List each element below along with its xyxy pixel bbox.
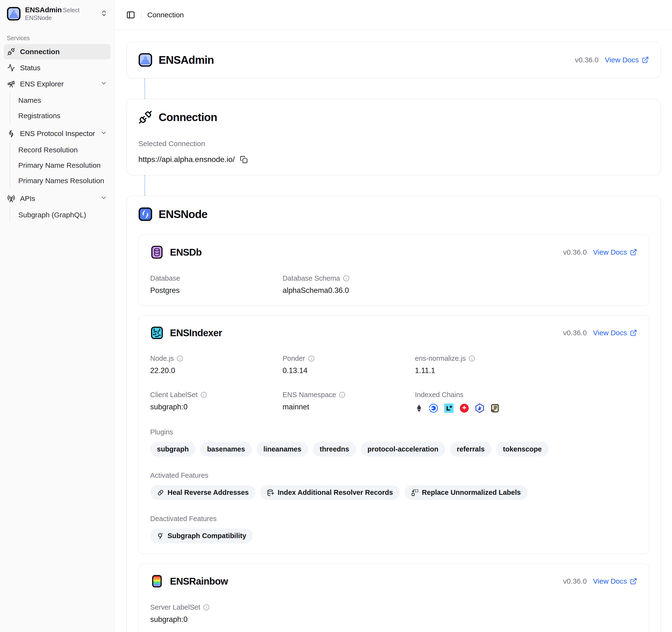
sidebar-item-label: APIs xyxy=(20,194,35,203)
app-name: ENSAdmin xyxy=(25,6,62,14)
ensrainbow-logo-icon xyxy=(150,575,164,588)
ensnode-logo-icon xyxy=(138,207,152,221)
sidebar-item-registrations[interactable]: Registrations xyxy=(15,108,111,123)
ensnode-card: ENSNode ENSDb v0.36.0 View Docs xyxy=(127,196,661,632)
breadcrumb: Connection xyxy=(147,11,184,19)
sidebar-app-titles: ENSAdmin Select ENSNode xyxy=(25,6,96,22)
field-ens-normalize: ens-normalize.js 1.11.1 xyxy=(415,355,637,375)
main-area: Connection ENSAdmin v0 xyxy=(115,0,672,632)
field-label: ENS Namespace xyxy=(283,391,336,399)
field-label: Database xyxy=(150,274,180,282)
field-nodejs: Node.js 22.20.0 xyxy=(150,355,283,375)
feature-badge: Replace Unnormalized Labels xyxy=(405,485,528,500)
field-ponder: Ponder 0.13.14 xyxy=(283,355,415,375)
connection-card: Connection Selected Connection https://a… xyxy=(127,99,661,175)
feature-badge-label: Index Additional Resolver Records xyxy=(278,489,393,496)
ensrainbow-card: ENSRainbow v0.36.0 View Docs Server Labe… xyxy=(138,564,649,632)
selected-connection-label: Selected Connection xyxy=(138,140,649,148)
info-icon[interactable] xyxy=(200,392,207,398)
sidebar-item-primary-name-resolution[interactable]: Primary Name Resolution xyxy=(15,157,111,173)
feature-badge: Subgraph Compatibility xyxy=(150,529,253,543)
sidebar-item-label: ENS Protocol Inspector xyxy=(20,129,95,138)
view-docs-label: View Docs xyxy=(605,56,639,64)
scroll-chain-icon xyxy=(490,403,500,413)
deactivated-features-row: Subgraph Compatibility xyxy=(150,529,637,543)
sidebar-nav: Connection Status ENS Explorer Names xyxy=(0,44,114,223)
info-icon[interactable] xyxy=(339,392,345,398)
feature-badge-label: Replace Unnormalized Labels xyxy=(422,489,521,496)
telescope-icon xyxy=(7,80,15,88)
sidebar-item-record-resolution[interactable]: Record Resolution xyxy=(15,142,111,157)
card-title: ENSDb xyxy=(170,247,202,258)
ensadmin-card: ENSAdmin v0.36.0 View Docs xyxy=(127,42,661,78)
sidebar-item-subgraph-graphql[interactable]: Subgraph (GraphQL) xyxy=(15,207,111,223)
app-root: ENSAdmin Select ENSNode Services Connect… xyxy=(0,0,672,632)
sidebar-section-label: Services xyxy=(7,35,107,42)
optimism-chain-icon xyxy=(459,403,469,413)
info-icon[interactable] xyxy=(177,355,183,362)
card-title: ENSAdmin xyxy=(159,53,214,67)
topbar-divider xyxy=(141,11,142,19)
content-scroll: ENSAdmin v0.36.0 View Docs xyxy=(115,30,672,632)
base-chain-icon xyxy=(428,403,438,413)
view-docs-link[interactable]: View Docs xyxy=(593,248,637,256)
sidebar: ENSAdmin Select ENSNode Services Connect… xyxy=(0,0,115,632)
ensadmin-logo-icon xyxy=(138,53,152,67)
chevron-down-icon xyxy=(100,194,107,203)
ensnode-selector[interactable]: ENSAdmin Select ENSNode xyxy=(4,3,111,24)
unplug-icon xyxy=(7,48,15,55)
info-icon[interactable] xyxy=(203,604,210,611)
external-link-icon xyxy=(630,329,637,337)
info-icon[interactable] xyxy=(343,275,350,282)
sidebar-item-ens-protocol-inspector[interactable]: ENS Protocol Inspector xyxy=(4,126,111,142)
feature-badge-label: Heal Reverse Addresses xyxy=(168,489,249,496)
radio-tower-icon xyxy=(7,195,15,203)
field-ens-namespace: ENS Namespace mainnet xyxy=(283,391,415,413)
sidebar-item-primary-names-resolution[interactable]: Primary Names Resolution xyxy=(15,173,111,189)
graph-icon xyxy=(157,532,164,540)
plugin-badge: subgraph xyxy=(150,442,195,457)
field-value: Postgres xyxy=(150,286,283,295)
view-docs-link[interactable]: View Docs xyxy=(605,56,649,64)
view-docs-label: View Docs xyxy=(593,577,627,585)
card-title: ENSNode xyxy=(159,208,208,221)
arbitrum-chain-icon xyxy=(475,403,485,413)
protocol-inspector-children: Record Resolution Primary Name Resolutio… xyxy=(9,142,111,189)
ensindexer-card: ENSIndexer v0.36.0 View Docs Node.js xyxy=(138,315,649,554)
dashed-connector xyxy=(144,175,145,196)
activity-icon xyxy=(7,64,15,72)
sidebar-item-status[interactable]: Status xyxy=(4,60,111,76)
field-database: Database Postgres xyxy=(150,274,283,295)
external-link-icon xyxy=(630,578,637,585)
copy-icon[interactable] xyxy=(240,156,248,164)
plugin-badge: tokenscope xyxy=(496,442,549,457)
view-docs-label: View Docs xyxy=(593,248,627,256)
info-icon[interactable] xyxy=(469,355,475,362)
field-label: Node.js xyxy=(150,355,174,362)
activated-features-row: Heal Reverse Addresses Index Additional … xyxy=(150,485,637,500)
field-database-schema: Database Schema alphaSchema0.36.0 xyxy=(283,274,415,295)
ensindexer-logo-icon xyxy=(150,326,164,340)
sidebar-toggle-button[interactable] xyxy=(126,10,135,20)
field-value: 22.20.0 xyxy=(150,366,283,375)
info-icon[interactable] xyxy=(308,355,315,362)
ensdb-logo-icon xyxy=(150,245,164,259)
ethereum-chain-icon xyxy=(415,403,423,413)
sidebar-item-ens-explorer[interactable]: ENS Explorer xyxy=(4,76,111,92)
plugin-badge: threedns xyxy=(313,442,356,457)
sidebar-item-apis[interactable]: APIs xyxy=(4,191,111,206)
feature-badge: Heal Reverse Addresses xyxy=(150,485,255,500)
plugins-label: Plugins xyxy=(150,428,637,436)
version-badge: v0.36.0 xyxy=(575,56,598,64)
sidebar-item-names[interactable]: Names xyxy=(15,93,111,108)
view-docs-link[interactable]: View Docs xyxy=(593,577,637,585)
deactivated-features-label: Deactivated Features xyxy=(150,515,637,523)
chevron-down-icon xyxy=(100,80,107,88)
ens-diamond-icon xyxy=(7,130,15,138)
view-docs-link[interactable]: View Docs xyxy=(593,329,637,337)
plugin-badge: protocol-acceleration xyxy=(361,442,445,457)
version-badge: v0.36.0 xyxy=(563,248,586,256)
database-plus-icon xyxy=(267,489,274,496)
sidebar-item-connection[interactable]: Connection xyxy=(4,44,111,59)
field-client-labelset: Client LabelSet subgraph:0 xyxy=(150,391,283,413)
